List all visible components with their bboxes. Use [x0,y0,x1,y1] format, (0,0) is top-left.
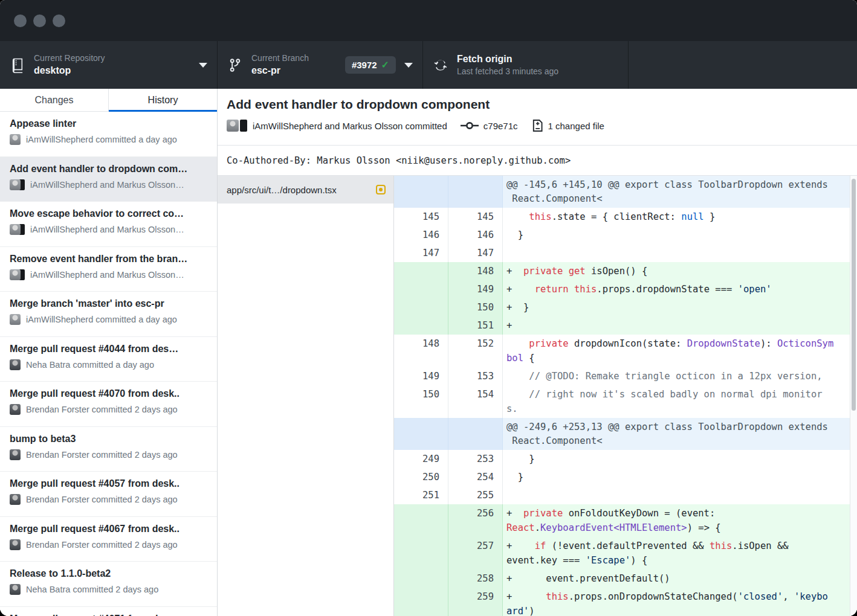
fetch-origin-button[interactable]: Fetch origin Last fetched 3 minutes ago [423,41,629,89]
commit-item-title: bump to beta3 [10,434,207,444]
app-window: Current Repository desktop Current Branc… [0,0,857,616]
commit-list: Appease linteriAmWillShepherd committed … [0,112,217,616]
ci-check-icon: ✓ [381,59,389,71]
diff-line-row: 149153 // @TODO: Remake triangle octicon… [394,367,857,385]
diff-line-content: + if (!event.defaultPrevented && this.is… [503,537,857,569]
new-line-number: 151 [448,316,503,335]
new-line-number: 153 [448,367,503,385]
repository-dropdown[interactable]: Current Repository desktop [0,41,218,89]
new-line-number: 154 [448,385,503,418]
code-visual-line: + return this.props.dropdownState === 'o… [506,282,857,297]
old-line-number: 250 [394,468,448,486]
diff-line-row: 249253 } [394,450,857,468]
zoom-window-button[interactable] [53,14,65,27]
commit-list-item[interactable]: Merge pull request #4057 from desk..Bren… [0,472,217,517]
pr-number: #3972 [352,60,377,70]
commit-item-byline-text: Brendan Forster committed 2 days ago [26,540,178,550]
new-line-number: 149 [448,280,503,298]
diff-line-row: 256+ private onFoldoutKeyDown = (event:R… [394,504,857,537]
commit-item-byline: iAmWillShepherd committed a day ago [10,314,207,325]
sync-icon [433,57,448,74]
repository-label: Current Repository [34,53,105,64]
diff-hunk-header-row: @@ -145,6 +145,10 @@ export class Toolba… [394,176,857,208]
commit-item-byline: Brendan Forster committed 2 days ago [10,404,207,415]
code-visual-line: + event.preventDefault() [506,571,857,586]
repo-icon [10,57,25,74]
old-line-number: 146 [394,226,448,244]
committer-avatars [10,179,25,190]
code-visual-line [506,246,857,260]
commit-list-item[interactable]: Merge pull request #4070 from desk..Bren… [0,382,217,427]
diff-line-content: + this.props.onDropdownStateChanged('clo… [503,588,857,616]
avatar [10,584,21,595]
git-branch-icon [227,57,243,74]
commit-list-item[interactable]: Release to 1.1.0-beta2Neha Batra committ… [0,562,217,607]
toolbar: Current Repository desktop Current Branc… [0,41,857,89]
avatar [10,269,21,280]
commit-description: Co-Authored-By: Markus Olsson <niik@user… [218,145,857,176]
avatar [10,224,21,235]
commit-sha[interactable]: c79e71c [483,121,518,131]
pr-status-badge[interactable]: #3972 ✓ [345,56,396,74]
old-line-number: 148 [394,335,448,367]
diff-line-content: + return this.props.dropdownState === 'o… [503,280,857,298]
file-row[interactable]: app/src/ui/t…/dropdown.tsx [218,176,393,204]
commit-item-byline: iAmWillShepherd committed a day ago [10,134,207,145]
commit-list-item[interactable]: Move escape behavior to correct co…iAmWi… [0,202,217,247]
code-visual-line: // @TODO: Remake triangle octicon in a 1… [506,369,857,383]
diff-line-content: } [503,226,857,244]
old-line-number [394,537,448,569]
commit-list-item[interactable]: bump to beta3Brendan Forster committed 2… [0,427,217,472]
code-visual-line: @@ -145,6 +145,10 @@ export class Toolba… [506,178,857,192]
branch-label: Current Branch [251,53,309,64]
diff-line-content [503,244,857,262]
diff-line-row: 147147 [394,244,857,262]
commit-item-title: Merge pull request #4071 from des… [10,614,207,616]
diff-line-row: 151+ [394,316,857,335]
avatar [10,494,21,505]
minimize-window-button[interactable] [33,14,46,27]
old-line-number [394,262,448,280]
modified-status-icon [376,185,386,194]
code-visual-line: // right now it's scaled badly on normal… [506,387,857,402]
commit-item-byline: iAmWillShepherd and Markus Olsson… [10,224,207,235]
diff-line-content: @@ -249,6 +253,13 @@ export class Toolba… [503,418,857,450]
new-line-number: 152 [448,335,503,367]
new-line-number: 254 [448,468,503,486]
commit-list-item[interactable]: Merge pull request #4071 from des… [0,607,217,616]
commit-list-item[interactable]: Add event handler to dropdown com…iAmWil… [0,157,217,202]
new-line-number: 256 [448,504,503,537]
close-window-button[interactable] [14,14,27,27]
toolbar-empty [629,41,857,89]
code-visual-line: + if (!event.defaultPrevented && this.is… [506,539,857,553]
file-path: app/src/ui/t…/dropdown.tsx [227,185,370,195]
code-visual-line: } [506,228,857,242]
diff-scrollbar-thumb[interactable] [852,179,856,411]
diff-line-row: 150154 // right now it's scaled badly on… [394,385,857,418]
commit-list-item[interactable]: Remove event handler from the bran…iAmWi… [0,247,217,292]
repository-name: desktop [34,65,105,77]
diff-line-content: + [503,316,857,335]
commit-list-item[interactable]: Appease linteriAmWillShepherd committed … [0,112,217,157]
code-visual-line: + private onFoldoutKeyDown = (event: [506,506,857,521]
tab-changes[interactable]: Changes [0,89,108,111]
code-visual-line: + } [506,300,857,315]
diff-rows: @@ -145,6 +145,10 @@ export class Toolba… [394,176,857,616]
commit-list-item[interactable]: Merge pull request #4067 from desk..Bren… [0,517,217,562]
tab-history[interactable]: History [108,89,217,111]
commit-item-title: Merge pull request #4044 from des… [10,344,207,355]
avatar [10,404,21,415]
commit-item-title: Add event handler to dropdown com… [10,164,207,175]
commit-item-byline-text: iAmWillShepherd committed a day ago [26,135,177,144]
diff-line-row: 145145 this.state = { clientRect: null } [394,208,857,226]
commit-list-item[interactable]: Merge pull request #4044 from des…Neha B… [0,337,217,382]
old-line-number: 150 [394,385,448,418]
commit-list-item[interactable]: Merge branch 'master' into esc-priAmWill… [0,292,217,337]
commit-item-title: Remove event handler from the bran… [10,254,207,265]
diff-scrollbar[interactable] [850,176,857,616]
diff-line-row: 251255 [394,486,857,504]
commit-item-byline-text: Neha Batra committed 2 days ago [26,585,158,594]
branch-dropdown[interactable]: Current Branch esc-pr #3972 ✓ [218,41,423,89]
commit-byline: iAmWillShepherd and Markus Olsson commit… [253,121,447,131]
commit-item-byline: iAmWillShepherd and Markus Olsson… [10,179,207,190]
